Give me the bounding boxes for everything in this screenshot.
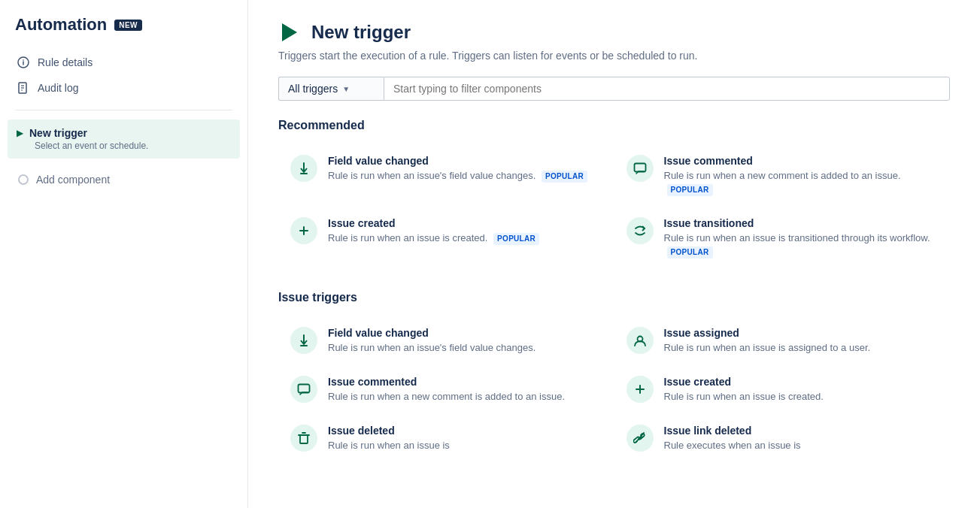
- trigger-description: Triggers start the execution of a rule. …: [278, 50, 950, 62]
- sidebar-title: Automation: [15, 15, 107, 35]
- trigger-item-issue-transitioned-rec[interactable]: Issue transitioned Rule is run when an i…: [614, 207, 951, 269]
- trigger-item-field-value-changed-rec[interactable]: Field value changed Rule is run when an …: [278, 144, 614, 207]
- issue-transitioned-rec-title: Issue transitioned: [664, 217, 939, 229]
- sidebar-rule-header: ▶ New trigger: [17, 127, 231, 139]
- issue-transitioned-icon: [627, 217, 654, 244]
- svg-rect-18: [300, 435, 308, 443]
- issue-link-deleted-it-title: Issue link deleted: [664, 425, 939, 437]
- field-value-icon: [290, 155, 317, 182]
- issue-commented-it-icon: [290, 376, 317, 403]
- issue-transitioned-rec-content: Issue transitioned Rule is run when an i…: [664, 217, 939, 259]
- issue-assigned-icon: [627, 327, 654, 354]
- dropdown-label: All triggers: [288, 83, 338, 95]
- trigger-item-issue-deleted-it[interactable]: Issue deleted Rule is run when an issue …: [278, 414, 614, 463]
- sidebar-item-rule-details[interactable]: Rule details: [8, 50, 240, 75]
- issue-created-rec-title: Issue created: [328, 217, 602, 229]
- trigger-item-issue-assigned-it[interactable]: Issue assigned Rule is run when an issue…: [614, 316, 951, 365]
- issue-created-it-desc: Rule is run when an issue is created.: [664, 390, 939, 404]
- chevron-down-icon: ▼: [342, 85, 350, 93]
- issue-triggers-section-title: Issue triggers: [278, 291, 950, 304]
- audit-log-label: Audit log: [38, 82, 78, 94]
- trigger-play-button-icon: [278, 21, 301, 44]
- trigger-item-issue-commented-it[interactable]: Issue commented Rule is run when a new c…: [278, 365, 614, 414]
- issue-link-deleted-icon: [627, 425, 654, 452]
- trigger-header: New trigger: [278, 21, 950, 44]
- trigger-item-issue-created-rec[interactable]: Issue created Rule is run when an issue …: [278, 207, 614, 269]
- issue-transitioned-rec-desc: Rule is run when an issue is transitione…: [664, 231, 939, 259]
- field-value-changed-it-title: Field value changed: [328, 327, 602, 339]
- issue-deleted-it-desc: Rule is run when an issue is: [328, 439, 602, 452]
- add-component-circle-icon: [18, 174, 29, 185]
- sidebar-divider: [15, 110, 232, 110]
- document-icon: [17, 81, 30, 95]
- add-component-label: Add component: [36, 174, 110, 186]
- svg-point-2: [23, 59, 24, 61]
- sidebar-item-audit-log[interactable]: Audit log: [8, 75, 240, 101]
- new-trigger-rule-item[interactable]: ▶ New trigger Select an event or schedul…: [8, 119, 240, 159]
- trigger-item-issue-commented-rec[interactable]: Issue commented Rule is run when a new c…: [614, 144, 951, 207]
- issue-commented-it-desc: Rule is run when a new comment is added …: [328, 390, 602, 404]
- field-value-changed-it-desc: Rule is run when an issue's field value …: [328, 341, 602, 355]
- issue-commented-icon: [627, 155, 654, 182]
- issue-commented-it-title: Issue commented: [328, 376, 602, 388]
- issue-deleted-it-content: Issue deleted Rule is run when an issue …: [328, 425, 602, 452]
- issue-created-it-title: Issue created: [664, 376, 939, 388]
- trigger-type-dropdown[interactable]: All triggers ▼: [278, 77, 384, 101]
- popular-badge-4: POPULAR: [667, 246, 713, 259]
- field-value-changed-it-content: Field value changed Rule is run when an …: [328, 327, 602, 355]
- svg-rect-9: [634, 164, 645, 172]
- recommended-section-title: Recommended: [278, 119, 950, 132]
- add-component-button[interactable]: Add component: [0, 165, 247, 195]
- trigger-item-field-value-changed-it[interactable]: Field value changed Rule is run when an …: [278, 316, 614, 365]
- filter-components-input[interactable]: [384, 77, 950, 101]
- trigger-play-icon: ▶: [17, 128, 23, 138]
- filter-row: All triggers ▼: [278, 77, 950, 101]
- sidebar-title-row: Automation NEW: [0, 15, 247, 50]
- popular-badge-3: POPULAR: [493, 233, 539, 245]
- issue-created-rec-desc: Rule is run when an issue is created. PO…: [328, 231, 602, 245]
- field-value-it-icon: [290, 327, 317, 354]
- issue-assigned-it-title: Issue assigned: [664, 327, 939, 339]
- rule-details-label: Rule details: [38, 56, 93, 68]
- new-badge: NEW: [114, 20, 142, 31]
- issue-commented-rec-title: Issue commented: [664, 155, 939, 167]
- issue-link-deleted-it-content: Issue link deleted Rule executes when an…: [664, 425, 939, 452]
- issue-commented-rec-content: Issue commented Rule is run when a new c…: [664, 155, 939, 196]
- sidebar: Automation NEW Rule details: [0, 0, 248, 508]
- field-value-changed-rec-content: Field value changed Rule is run when an …: [328, 155, 602, 183]
- issue-assigned-it-content: Issue assigned Rule is run when an issue…: [664, 327, 939, 355]
- field-value-changed-rec-title: Field value changed: [328, 155, 602, 167]
- main-content: New trigger Triggers start the execution…: [248, 0, 980, 508]
- issue-deleted-icon: [290, 425, 317, 452]
- play-triangle: [282, 23, 297, 41]
- new-trigger-label: New trigger: [29, 127, 87, 139]
- info-circle-icon: [17, 56, 30, 69]
- field-value-changed-rec-desc: Rule is run when an issue's field value …: [328, 169, 602, 183]
- issue-commented-rec-desc: Rule is run when a new comment is added …: [664, 169, 939, 196]
- trigger-item-issue-link-deleted-it[interactable]: Issue link deleted Rule executes when an…: [614, 414, 951, 463]
- issue-assigned-it-desc: Rule is run when an issue is assigned to…: [664, 341, 939, 355]
- sidebar-nav: Rule details Audit log: [0, 50, 247, 101]
- issue-commented-it-content: Issue commented Rule is run when a new c…: [328, 376, 602, 404]
- issue-link-deleted-it-desc: Rule executes when an issue is: [664, 439, 939, 452]
- issue-deleted-it-title: Issue deleted: [328, 425, 602, 437]
- trigger-item-issue-created-it[interactable]: Issue created Rule is run when an issue …: [614, 365, 951, 414]
- svg-rect-15: [299, 384, 310, 392]
- recommended-grid: Field value changed Rule is run when an …: [278, 144, 950, 270]
- popular-badge: POPULAR: [542, 171, 587, 183]
- issue-created-icon: [290, 217, 317, 244]
- trigger-title: New trigger: [311, 22, 411, 43]
- new-trigger-sublabel: Select an event or schedule.: [17, 141, 231, 151]
- issue-created-it-content: Issue created Rule is run when an issue …: [664, 376, 939, 404]
- issue-triggers-grid: Field value changed Rule is run when an …: [278, 316, 950, 464]
- popular-badge-2: POPULAR: [667, 184, 713, 196]
- issue-created-rec-content: Issue created Rule is run when an issue …: [328, 217, 602, 245]
- issue-created-it-icon: [627, 376, 654, 403]
